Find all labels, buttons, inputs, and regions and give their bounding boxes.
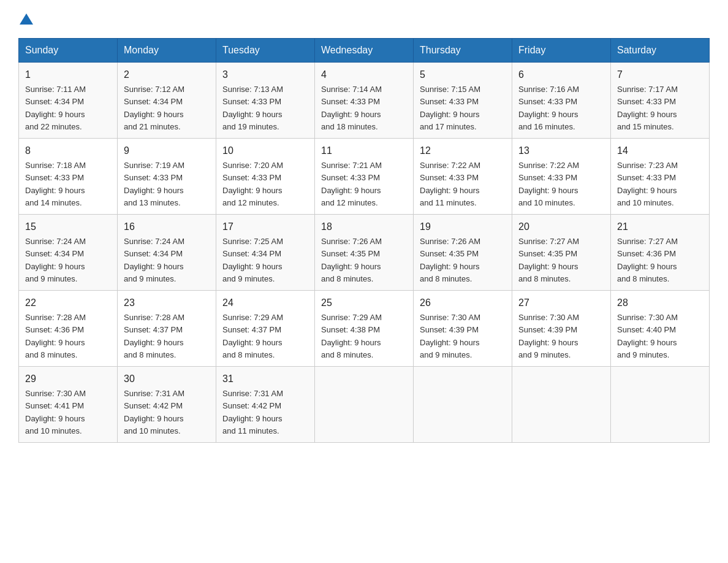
calendar-week-row: 29Sunrise: 7:30 AMSunset: 4:41 PMDayligh… bbox=[19, 367, 710, 443]
day-info: Sunrise: 7:13 AMSunset: 4:33 PMDaylight:… bbox=[222, 85, 283, 131]
calendar-cell: 5Sunrise: 7:15 AMSunset: 4:33 PMDaylight… bbox=[414, 63, 512, 139]
day-info: Sunrise: 7:24 AMSunset: 4:34 PMDaylight:… bbox=[124, 237, 184, 283]
calendar-cell: 19Sunrise: 7:26 AMSunset: 4:35 PMDayligh… bbox=[414, 215, 512, 291]
day-info: Sunrise: 7:30 AMSunset: 4:39 PMDaylight:… bbox=[420, 313, 480, 359]
day-info: Sunrise: 7:22 AMSunset: 4:33 PMDaylight:… bbox=[518, 161, 579, 207]
calendar-cell bbox=[512, 367, 611, 443]
day-info: Sunrise: 7:31 AMSunset: 4:42 PMDaylight:… bbox=[124, 389, 184, 435]
calendar-week-row: 8Sunrise: 7:18 AMSunset: 4:33 PMDaylight… bbox=[19, 139, 710, 215]
day-info: Sunrise: 7:26 AMSunset: 4:35 PMDaylight:… bbox=[321, 237, 382, 283]
calendar-cell bbox=[315, 367, 414, 443]
day-number: 9 bbox=[124, 144, 210, 158]
day-number: 21 bbox=[617, 220, 703, 234]
day-number: 14 bbox=[617, 144, 703, 158]
calendar-cell: 7Sunrise: 7:17 AMSunset: 4:33 PMDaylight… bbox=[611, 63, 710, 139]
day-info: Sunrise: 7:24 AMSunset: 4:34 PMDaylight:… bbox=[25, 237, 86, 283]
calendar-cell: 25Sunrise: 7:29 AMSunset: 4:38 PMDayligh… bbox=[315, 291, 414, 367]
day-number: 15 bbox=[25, 220, 111, 234]
day-header-saturday: Saturday bbox=[611, 39, 710, 63]
day-header-friday: Friday bbox=[512, 39, 611, 63]
day-number: 3 bbox=[222, 67, 308, 82]
calendar-cell: 20Sunrise: 7:27 AMSunset: 4:35 PMDayligh… bbox=[512, 215, 611, 291]
calendar-header: SundayMondayTuesdayWednesdayThursdayFrid… bbox=[19, 39, 710, 63]
calendar-cell: 3Sunrise: 7:13 AMSunset: 4:33 PMDaylight… bbox=[216, 63, 315, 139]
day-number: 6 bbox=[518, 67, 604, 82]
calendar-cell: 6Sunrise: 7:16 AMSunset: 4:33 PMDaylight… bbox=[512, 63, 611, 139]
day-info: Sunrise: 7:19 AMSunset: 4:33 PMDaylight:… bbox=[124, 161, 184, 207]
calendar-cell: 13Sunrise: 7:22 AMSunset: 4:33 PMDayligh… bbox=[512, 139, 611, 215]
day-info: Sunrise: 7:27 AMSunset: 4:35 PMDaylight:… bbox=[518, 237, 579, 283]
day-number: 13 bbox=[518, 144, 604, 158]
calendar-cell: 11Sunrise: 7:21 AMSunset: 4:33 PMDayligh… bbox=[315, 139, 414, 215]
calendar-cell bbox=[611, 367, 710, 443]
day-info: Sunrise: 7:29 AMSunset: 4:38 PMDaylight:… bbox=[321, 313, 382, 359]
day-number: 24 bbox=[222, 296, 308, 310]
day-info: Sunrise: 7:21 AMSunset: 4:33 PMDaylight:… bbox=[321, 161, 382, 207]
day-info: Sunrise: 7:17 AMSunset: 4:33 PMDaylight:… bbox=[617, 85, 678, 131]
calendar-cell: 24Sunrise: 7:29 AMSunset: 4:37 PMDayligh… bbox=[216, 291, 315, 367]
calendar-cell: 18Sunrise: 7:26 AMSunset: 4:35 PMDayligh… bbox=[315, 215, 414, 291]
day-number: 4 bbox=[321, 67, 407, 82]
day-number: 28 bbox=[617, 296, 703, 310]
day-number: 30 bbox=[124, 372, 210, 386]
day-number: 1 bbox=[25, 67, 111, 82]
calendar-cell: 4Sunrise: 7:14 AMSunset: 4:33 PMDaylight… bbox=[315, 63, 414, 139]
day-number: 19 bbox=[420, 220, 506, 234]
day-number: 22 bbox=[25, 296, 111, 310]
calendar-cell: 16Sunrise: 7:24 AMSunset: 4:34 PMDayligh… bbox=[118, 215, 216, 291]
logo bbox=[18, 12, 33, 27]
day-info: Sunrise: 7:26 AMSunset: 4:35 PMDaylight:… bbox=[420, 237, 480, 283]
day-info: Sunrise: 7:14 AMSunset: 4:33 PMDaylight:… bbox=[321, 85, 382, 131]
day-header-sunday: Sunday bbox=[19, 39, 118, 63]
day-info: Sunrise: 7:30 AMSunset: 4:40 PMDaylight:… bbox=[617, 313, 678, 359]
day-number: 18 bbox=[321, 220, 407, 234]
calendar-week-row: 22Sunrise: 7:28 AMSunset: 4:36 PMDayligh… bbox=[19, 291, 710, 367]
calendar-cell: 27Sunrise: 7:30 AMSunset: 4:39 PMDayligh… bbox=[512, 291, 611, 367]
day-number: 7 bbox=[617, 67, 703, 82]
day-info: Sunrise: 7:30 AMSunset: 4:41 PMDaylight:… bbox=[25, 389, 86, 435]
day-header-tuesday: Tuesday bbox=[216, 39, 315, 63]
day-number: 5 bbox=[420, 67, 506, 82]
calendar-table: SundayMondayTuesdayWednesdayThursdayFrid… bbox=[18, 38, 710, 443]
day-number: 31 bbox=[222, 372, 308, 386]
calendar-week-row: 15Sunrise: 7:24 AMSunset: 4:34 PMDayligh… bbox=[19, 215, 710, 291]
day-number: 20 bbox=[518, 220, 604, 234]
day-info: Sunrise: 7:18 AMSunset: 4:33 PMDaylight:… bbox=[25, 161, 86, 207]
day-number: 8 bbox=[25, 144, 111, 158]
day-info: Sunrise: 7:27 AMSunset: 4:36 PMDaylight:… bbox=[617, 237, 678, 283]
day-info: Sunrise: 7:12 AMSunset: 4:34 PMDaylight:… bbox=[124, 85, 184, 131]
calendar-cell: 30Sunrise: 7:31 AMSunset: 4:42 PMDayligh… bbox=[118, 367, 216, 443]
day-number: 10 bbox=[222, 144, 308, 158]
day-info: Sunrise: 7:28 AMSunset: 4:36 PMDaylight:… bbox=[25, 313, 86, 359]
day-number: 17 bbox=[222, 220, 308, 234]
day-number: 16 bbox=[124, 220, 210, 234]
calendar-cell: 26Sunrise: 7:30 AMSunset: 4:39 PMDayligh… bbox=[414, 291, 512, 367]
day-number: 12 bbox=[420, 144, 506, 158]
calendar-cell: 2Sunrise: 7:12 AMSunset: 4:34 PMDaylight… bbox=[118, 63, 216, 139]
day-number: 26 bbox=[420, 296, 506, 310]
calendar-week-row: 1Sunrise: 7:11 AMSunset: 4:34 PMDaylight… bbox=[19, 63, 710, 139]
calendar-cell: 28Sunrise: 7:30 AMSunset: 4:40 PMDayligh… bbox=[611, 291, 710, 367]
day-number: 25 bbox=[321, 296, 407, 310]
calendar-cell: 8Sunrise: 7:18 AMSunset: 4:33 PMDaylight… bbox=[19, 139, 118, 215]
day-number: 11 bbox=[321, 144, 407, 158]
day-info: Sunrise: 7:29 AMSunset: 4:37 PMDaylight:… bbox=[222, 313, 283, 359]
day-info: Sunrise: 7:22 AMSunset: 4:33 PMDaylight:… bbox=[420, 161, 480, 207]
svg-marker-0 bbox=[20, 13, 33, 25]
day-info: Sunrise: 7:30 AMSunset: 4:39 PMDaylight:… bbox=[518, 313, 579, 359]
calendar-cell: 10Sunrise: 7:20 AMSunset: 4:33 PMDayligh… bbox=[216, 139, 315, 215]
calendar-cell: 23Sunrise: 7:28 AMSunset: 4:37 PMDayligh… bbox=[118, 291, 216, 367]
logo-triangle-icon bbox=[20, 12, 33, 26]
day-number: 23 bbox=[124, 296, 210, 310]
day-number: 2 bbox=[124, 67, 210, 82]
day-info: Sunrise: 7:23 AMSunset: 4:33 PMDaylight:… bbox=[617, 161, 678, 207]
calendar-cell: 14Sunrise: 7:23 AMSunset: 4:33 PMDayligh… bbox=[611, 139, 710, 215]
day-header-wednesday: Wednesday bbox=[315, 39, 414, 63]
calendar-body: 1Sunrise: 7:11 AMSunset: 4:34 PMDaylight… bbox=[19, 63, 710, 443]
calendar-cell: 22Sunrise: 7:28 AMSunset: 4:36 PMDayligh… bbox=[19, 291, 118, 367]
calendar-cell: 31Sunrise: 7:31 AMSunset: 4:42 PMDayligh… bbox=[216, 367, 315, 443]
day-info: Sunrise: 7:20 AMSunset: 4:33 PMDaylight:… bbox=[222, 161, 283, 207]
day-number: 27 bbox=[518, 296, 604, 310]
calendar-cell bbox=[414, 367, 512, 443]
calendar-cell: 12Sunrise: 7:22 AMSunset: 4:33 PMDayligh… bbox=[414, 139, 512, 215]
